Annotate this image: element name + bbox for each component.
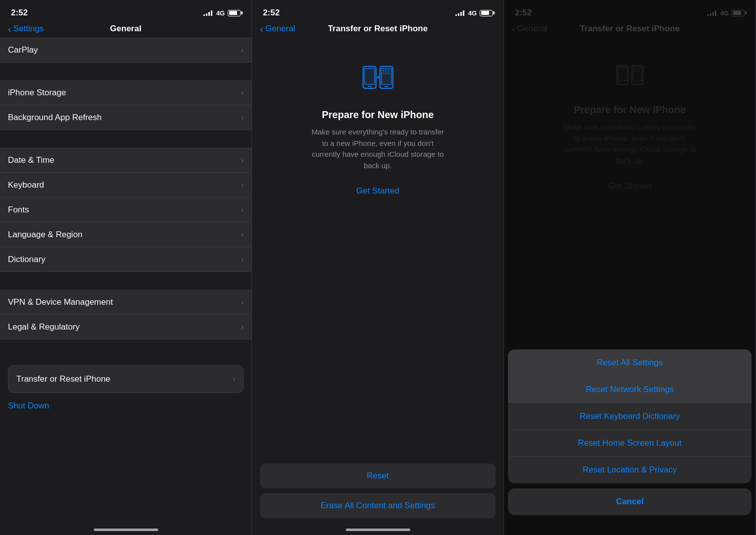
gap-4	[0, 339, 252, 357]
back-button-2[interactable]: ‹ General	[260, 24, 295, 34]
reset-home-screen-layout-row[interactable]: Reset Home Screen Layout	[508, 430, 752, 457]
signal-type-1: 4G	[216, 9, 225, 17]
time-2: 2:52	[263, 8, 280, 18]
carplay-label: CarPlay	[8, 45, 38, 55]
iphone-storage-row[interactable]: iPhone Storage ›	[0, 80, 252, 105]
reset-options-sheet: Reset All Settings Reset Network Setting…	[504, 349, 756, 535]
nav-bar-2: ‹ General Transfer or Reset iPhone	[252, 22, 504, 38]
reset-section: Reset	[260, 464, 496, 488]
get-started-button[interactable]: Get Started	[356, 186, 399, 196]
reset-location-privacy-label: Reset Location & Privacy	[583, 465, 677, 475]
iphone-storage-chevron: ›	[241, 88, 244, 97]
reset-all-settings-label: Reset All Settings	[597, 358, 663, 368]
reset-home-screen-layout-label: Reset Home Screen Layout	[578, 438, 682, 448]
fonts-label: Fonts	[8, 205, 29, 215]
status-bar-2: 2:52 4G	[252, 0, 504, 22]
screen1-settings: 2:52 4G ‹ Settings General	[0, 0, 252, 535]
keyboard-chevron: ›	[241, 181, 244, 190]
legal-chevron: ›	[241, 323, 244, 332]
reset-row[interactable]: Reset	[260, 464, 496, 488]
home-bar-2	[346, 529, 410, 531]
dictionary-row[interactable]: Dictionary ›	[0, 247, 252, 272]
keyboard-label: Keyboard	[8, 180, 44, 190]
transfer-phone-icon	[358, 58, 398, 99]
cancel-button[interactable]: Cancel	[508, 488, 752, 515]
signal-icon-2	[455, 10, 464, 16]
carplay-chevron: ›	[241, 46, 244, 55]
gap-3	[0, 272, 252, 290]
status-icons-1: 4G	[203, 9, 241, 17]
home-indicator-2	[252, 518, 504, 535]
screen2-transfer: 2:52 4G ‹ General Transfer or Reset	[252, 0, 504, 535]
battery-icon-2	[480, 10, 493, 16]
status-icons-2: 4G	[455, 9, 493, 17]
svg-rect-7	[384, 86, 388, 87]
reset-network-settings-label: Reset Network Settings	[586, 385, 674, 395]
svg-rect-13	[388, 72, 389, 74]
legal-label: Legal & Regulatory	[8, 322, 80, 332]
transfer-section-desc: Make sure everything's ready to transfer…	[309, 127, 447, 171]
erase-section: Erase All Content and Settings	[260, 493, 496, 518]
background-app-chevron: ›	[241, 113, 244, 122]
home-indicator-1	[0, 518, 252, 535]
gap-2	[0, 130, 252, 148]
reset-options-list: Reset All Settings Reset Network Setting…	[508, 349, 752, 483]
nav-title-2: Transfer or Reset iPhone	[328, 24, 428, 34]
reset-label: Reset	[367, 471, 388, 481]
keyboard-row[interactable]: Keyboard ›	[0, 173, 252, 198]
transfer-reset-row[interactable]: Transfer or Reset iPhone ›	[8, 365, 244, 393]
carplay-row[interactable]: CarPlay ›	[0, 38, 252, 63]
cancel-label: Cancel	[616, 497, 644, 507]
status-bar-1: 2:52 4G	[0, 0, 252, 22]
reset-network-settings-row[interactable]: Reset Network Settings	[508, 376, 752, 403]
reset-location-privacy-row[interactable]: Reset Location & Privacy	[508, 457, 752, 483]
svg-rect-8	[383, 70, 384, 71]
vpn-row[interactable]: VPN & Device Management ›	[0, 290, 252, 315]
back-button-1[interactable]: ‹ Settings	[8, 24, 44, 34]
transfer-section-title: Prepare for New iPhone	[322, 109, 434, 121]
home-bar-1	[94, 529, 158, 531]
date-time-row[interactable]: Date & Time ›	[0, 148, 252, 173]
gap-1	[0, 63, 252, 80]
vpn-chevron: ›	[241, 298, 244, 307]
transfer-content: Prepare for New iPhone Make sure everyth…	[252, 38, 504, 464]
fonts-row[interactable]: Fonts ›	[0, 198, 252, 222]
reset-keyboard-dictionary-row[interactable]: Reset Keyboard Dictionary	[508, 403, 752, 430]
transfer-reset-label: Transfer or Reset iPhone	[16, 374, 110, 384]
svg-rect-10	[388, 70, 389, 71]
shutdown-label: Shut Down	[8, 401, 49, 410]
date-time-label: Date & Time	[8, 155, 55, 165]
shutdown-button[interactable]: Shut Down	[0, 393, 252, 419]
erase-label[interactable]: Erase All Content and Settings	[320, 501, 435, 511]
screen3-reset: 2:52 4G ‹ Ge	[504, 0, 756, 535]
background-app-refresh-label: Background App Refresh	[8, 113, 102, 123]
background-app-refresh-row[interactable]: Background App Refresh ›	[0, 105, 252, 130]
iphone-storage-label: iPhone Storage	[8, 88, 66, 98]
svg-rect-3	[368, 86, 372, 87]
signal-type-2: 4G	[468, 9, 477, 17]
language-region-label: Language & Region	[8, 230, 82, 240]
fonts-chevron: ›	[241, 205, 244, 214]
svg-rect-1	[365, 68, 375, 84]
dictionary-label: Dictionary	[8, 255, 46, 265]
svg-rect-11	[383, 72, 384, 74]
transfer-reset-chevron: ›	[233, 375, 235, 384]
nav-bar-1: ‹ Settings General	[0, 22, 252, 38]
legal-row[interactable]: Legal & Regulatory ›	[0, 315, 252, 339]
svg-rect-9	[385, 70, 387, 71]
signal-icon-1	[203, 10, 212, 16]
back-chevron-1: ‹	[8, 24, 11, 34]
dictionary-chevron: ›	[241, 255, 244, 264]
back-label-2: General	[265, 24, 295, 34]
back-label-1: Settings	[13, 24, 44, 34]
battery-icon-1	[228, 10, 241, 16]
reset-all-settings-row[interactable]: Reset All Settings	[508, 349, 752, 376]
svg-rect-12	[385, 72, 387, 74]
date-time-chevron: ›	[241, 156, 244, 165]
nav-title-1: General	[110, 24, 141, 34]
language-region-chevron: ›	[241, 230, 244, 239]
time-1: 2:52	[11, 8, 28, 18]
language-region-row[interactable]: Language & Region ›	[0, 222, 252, 247]
vpn-label: VPN & Device Management	[8, 297, 113, 307]
reset-keyboard-dictionary-label: Reset Keyboard Dictionary	[579, 411, 680, 421]
